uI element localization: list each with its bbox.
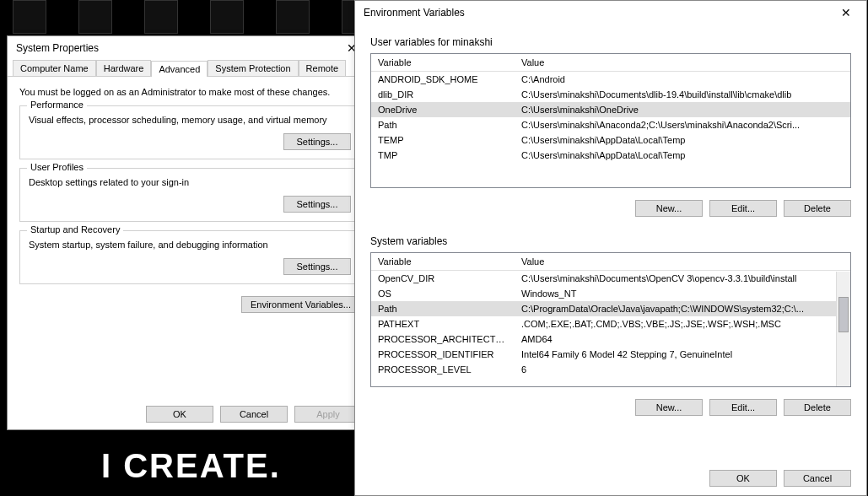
var-value: .COM;.EXE;.BAT;.CMD;.VBS;.VBE;.JS;.JSE;.… xyxy=(515,318,850,330)
ok-button[interactable]: OK xyxy=(146,406,213,423)
table-row[interactable]: PATHEXT.COM;.EXE;.BAT;.CMD;.VBS;.VBE;.JS… xyxy=(371,316,850,332)
var-value: C:\Android xyxy=(515,73,850,85)
system-properties-window: System Properties ✕ Computer Name Hardwa… xyxy=(7,35,373,430)
var-name: PROCESSOR_ARCHITECTURE xyxy=(371,333,515,345)
user-edit-button[interactable]: Edit... xyxy=(709,200,777,217)
var-name: dlib_DIR xyxy=(371,89,515,100)
table-row[interactable]: ANDROID_SDK_HOMEC:\Android xyxy=(371,72,850,87)
user-profiles-group: User Profiles Desktop settings related t… xyxy=(19,168,360,222)
table-row[interactable]: PROCESSOR_ARCHITECTUREAMD64 xyxy=(371,332,850,347)
var-name: Path xyxy=(371,119,515,131)
startup-recovery-desc: System startup, system failure, and debu… xyxy=(29,240,351,250)
var-value: C:\Users\minakshi\Documents\dlib-19.4\bu… xyxy=(515,89,850,100)
performance-legend: Performance xyxy=(27,100,87,110)
header-variable[interactable]: Variable xyxy=(371,253,515,270)
var-value: 6 xyxy=(515,364,850,375)
header-value[interactable]: Value xyxy=(515,54,850,71)
table-row[interactable]: TMPC:\Users\minakshi\AppData\Local\Temp xyxy=(371,148,850,163)
table-row[interactable]: PathC:\Users\minakshi\Anaconda2;C:\Users… xyxy=(371,117,850,132)
performance-settings-button[interactable]: Settings... xyxy=(283,133,351,150)
table-row[interactable]: PathC:\ProgramData\Oracle\Java\javapath;… xyxy=(371,301,850,316)
tab-remote[interactable]: Remote xyxy=(299,60,347,76)
var-value: Windows_NT xyxy=(515,288,850,299)
scrollbar[interactable] xyxy=(836,272,850,386)
system-variables-table[interactable]: Variable Value OpenCV_DIRC:\Users\minaks… xyxy=(370,252,851,387)
var-value: C:\Users\minakshi\AppData\Local\Temp xyxy=(515,149,850,161)
table-row[interactable]: OSWindows_NT xyxy=(371,286,850,301)
var-name: PROCESSOR_LEVEL xyxy=(371,364,515,375)
var-name: OS xyxy=(371,288,515,299)
var-name: TEMP xyxy=(371,134,515,146)
header-value[interactable]: Value xyxy=(515,253,850,270)
tabs: Computer Name Hardware Advanced System P… xyxy=(8,60,372,77)
tab-advanced[interactable]: Advanced xyxy=(151,61,208,77)
titlebar[interactable]: Environment Variables ✕ xyxy=(355,1,866,24)
ok-button[interactable]: OK xyxy=(709,470,777,487)
tab-computer-name[interactable]: Computer Name xyxy=(13,60,96,76)
performance-desc: Visual effects, processor scheduling, me… xyxy=(29,115,351,125)
performance-group: Performance Visual effects, processor sc… xyxy=(19,105,360,159)
tab-hardware[interactable]: Hardware xyxy=(96,60,152,76)
header-variable[interactable]: Variable xyxy=(371,54,515,71)
table-row[interactable]: OpenCV_DIRC:\Users\minakshi\Documents\Op… xyxy=(371,271,850,286)
var-value: C:\ProgramData\Oracle\Java\javapath;C:\W… xyxy=(515,303,850,315)
close-icon[interactable]: ✕ xyxy=(828,6,865,19)
cancel-button[interactable]: Cancel xyxy=(784,470,851,487)
tab-system-protection[interactable]: System Protection xyxy=(208,60,298,76)
window-title: Environment Variables xyxy=(364,7,465,19)
table-header: Variable Value xyxy=(371,253,850,271)
var-name: PATHEXT xyxy=(371,318,515,330)
var-value: AMD64 xyxy=(515,333,850,345)
var-name: TMP xyxy=(371,149,515,161)
var-name: Path xyxy=(371,303,515,315)
sys-delete-button[interactable]: Delete xyxy=(784,399,851,416)
user-new-button[interactable]: New... xyxy=(635,200,703,217)
table-row[interactable]: TEMPC:\Users\minakshi\AppData\Local\Temp xyxy=(371,132,850,148)
wallpaper-text: I CREATE. xyxy=(101,447,281,485)
titlebar[interactable]: System Properties ✕ xyxy=(8,36,372,60)
cancel-button[interactable]: Cancel xyxy=(220,406,288,423)
admin-note: You must be logged on as an Administrato… xyxy=(19,87,360,97)
table-row[interactable]: PROCESSOR_LEVEL6 xyxy=(371,362,850,377)
user-profiles-desc: Desktop settings related to your sign-in xyxy=(29,177,351,187)
user-vars-label: User variables for minakshi xyxy=(370,36,851,48)
var-name: ANDROID_SDK_HOME xyxy=(371,73,515,85)
user-delete-button[interactable]: Delete xyxy=(784,200,851,217)
system-vars-label: System variables xyxy=(370,235,851,247)
window-title: System Properties xyxy=(16,42,99,54)
var-name: OneDrive xyxy=(371,104,515,116)
startup-recovery-legend: Startup and Recovery xyxy=(27,224,123,235)
table-row[interactable]: PROCESSOR_IDENTIFIERIntel64 Family 6 Mod… xyxy=(371,347,850,362)
table-header: Variable Value xyxy=(371,54,850,72)
var-name: OpenCV_DIR xyxy=(371,272,515,284)
var-value: C:\Users\minakshi\OneDrive xyxy=(515,104,850,116)
sys-new-button[interactable]: New... xyxy=(635,399,703,416)
apply-button[interactable]: Apply xyxy=(294,406,362,423)
startup-recovery-settings-button[interactable]: Settings... xyxy=(283,258,351,275)
user-variables-table[interactable]: Variable Value ANDROID_SDK_HOMEC:\Androi… xyxy=(370,53,851,188)
environment-variables-window: Environment Variables ✕ User variables f… xyxy=(354,0,867,496)
var-value: C:\Users\minakshi\Anaconda2;C:\Users\min… xyxy=(515,119,850,131)
var-value: Intel64 Family 6 Model 42 Stepping 7, Ge… xyxy=(515,348,850,360)
var-value: C:\Users\minakshi\AppData\Local\Temp xyxy=(515,134,850,146)
startup-recovery-group: Startup and Recovery System startup, sys… xyxy=(19,230,360,284)
var-value: C:\Users\minakshi\Documents\OpenCV 3\ope… xyxy=(515,272,850,284)
user-profiles-settings-button[interactable]: Settings... xyxy=(283,196,351,213)
table-row[interactable]: OneDriveC:\Users\minakshi\OneDrive xyxy=(371,102,850,117)
environment-variables-button[interactable]: Environment Variables... xyxy=(241,296,360,313)
sys-edit-button[interactable]: Edit... xyxy=(709,399,777,416)
table-row[interactable]: dlib_DIRC:\Users\minakshi\Documents\dlib… xyxy=(371,87,850,102)
user-profiles-legend: User Profiles xyxy=(27,162,87,172)
var-name: PROCESSOR_IDENTIFIER xyxy=(371,348,515,360)
